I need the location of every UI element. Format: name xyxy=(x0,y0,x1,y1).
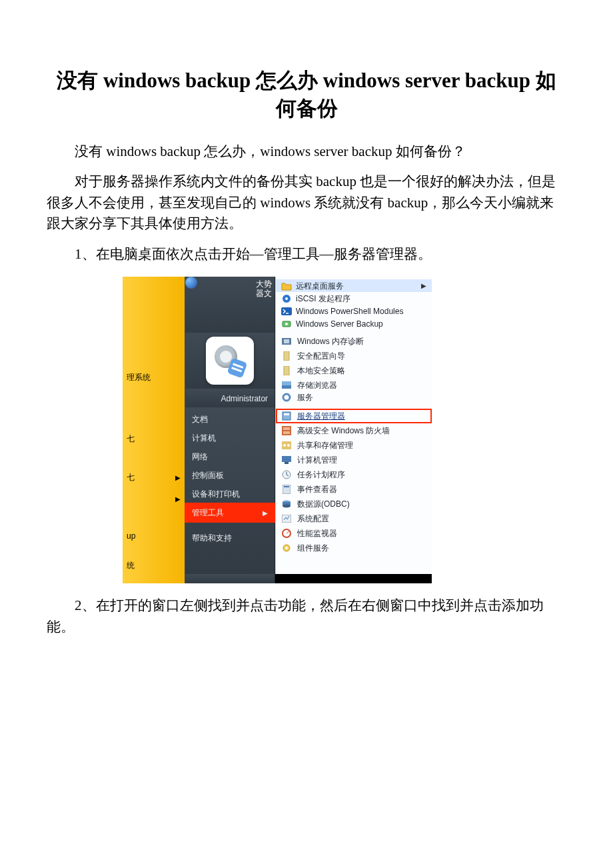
svg-rect-24 xyxy=(284,486,289,487)
label: 安全配置向导 xyxy=(297,350,345,362)
svg-point-11 xyxy=(283,394,290,401)
dark-menu-block: 七 七 ▶ ▶ up 统 文档 计算机 网络 控制面板 设备和打印机 管理工具▶… xyxy=(123,407,432,574)
step-1: 1、在电脑桌面依次点击开始—管理工具—服务器管理器。 xyxy=(47,244,566,265)
yellow-label-xt: 统 xyxy=(127,559,135,571)
svg-point-27 xyxy=(283,505,291,508)
menu-system-config[interactable]: 系统配置 xyxy=(276,511,432,526)
paragraph-1: 没有 windows backup 怎么办，windows server bac… xyxy=(47,141,566,163)
svg-point-19 xyxy=(287,444,290,447)
svg-rect-12 xyxy=(283,412,291,420)
menu-remote-desktop-services[interactable]: 远程桌面服务 ▶ xyxy=(276,279,432,292)
menu-windows-server-backup[interactable]: Windows Server Backup xyxy=(276,317,432,330)
chevron-right-icon: ▶ xyxy=(263,508,268,518)
svg-rect-13 xyxy=(284,413,289,415)
chevron-right-icon: ▶ xyxy=(175,494,181,504)
dark-panel-footer xyxy=(185,574,275,583)
label-dashi: 大势 器文 xyxy=(256,279,272,298)
menu-security-config-wizard[interactable]: 安全配置向导 xyxy=(276,349,432,363)
start-menu-documents[interactable]: 文档 xyxy=(185,410,275,429)
iscsi-icon xyxy=(281,293,292,304)
admin-tools-submenu: Windows 内存诊断 安全配置向导 本地安全策略 存储浏览器 xyxy=(275,333,432,389)
svg-rect-20 xyxy=(282,456,291,462)
svg-rect-21 xyxy=(285,462,289,464)
menu-event-viewer[interactable]: 事件查看器 xyxy=(276,482,432,497)
svg-rect-15 xyxy=(283,427,290,430)
clock-icon xyxy=(281,469,292,480)
menu-server-manager[interactable]: 服务器管理器 xyxy=(276,409,432,423)
chevron-right-icon: ▶ xyxy=(421,281,426,291)
label: 高级安全 Windows 防火墙 xyxy=(297,425,390,437)
label: 事件查看器 xyxy=(297,483,337,495)
label: 组件服务 xyxy=(297,542,329,554)
label: 服务 xyxy=(297,391,313,403)
svg-rect-6 xyxy=(284,339,289,343)
menu-share-storage-mgmt[interactable]: 共享和存储管理 xyxy=(276,438,432,453)
menu-component-services[interactable]: 组件服务 xyxy=(276,541,432,555)
svg-point-1 xyxy=(285,297,288,300)
label: 计算机管理 xyxy=(297,454,337,466)
gear-icon xyxy=(281,392,292,403)
menu-computer-mgmt[interactable]: 计算机管理 xyxy=(276,453,432,467)
firewall-icon xyxy=(281,425,292,436)
start-menu-control-panel[interactable]: 控制面板 xyxy=(185,466,275,485)
yellow-label-lxt: 理系统 xyxy=(127,371,151,383)
dark-panel-top: 大势 器文 xyxy=(185,277,275,333)
label: Windows PowerShell Modules xyxy=(296,305,403,317)
yellow-panel-1: 理系统 xyxy=(123,333,185,389)
label: Windows 内存诊断 xyxy=(297,335,364,347)
yellow-label-up: up xyxy=(127,530,135,542)
start-orb-icon xyxy=(185,277,197,289)
start-menu-computer[interactable]: 计算机 xyxy=(185,429,275,447)
user-tile-icon xyxy=(206,337,254,385)
svg-point-4 xyxy=(285,323,288,325)
backup-icon xyxy=(281,319,292,329)
label: 数据源(ODBC) xyxy=(297,498,350,510)
user-tile-area xyxy=(185,333,275,389)
username-label: Administrator xyxy=(185,389,275,407)
menu-iscsi[interactable]: iSCSI 发起程序 xyxy=(276,292,432,305)
label: iSCSI 发起程序 xyxy=(296,293,350,305)
computer-mgmt-icon xyxy=(281,455,292,465)
start-menu-admin-tools[interactable]: 管理工具▶ xyxy=(185,503,275,522)
share-storage-icon xyxy=(281,440,292,451)
chevron-right-icon: ▶ xyxy=(175,473,181,483)
black-footer xyxy=(275,574,432,583)
yellow-panel-top xyxy=(123,277,185,333)
svg-rect-2 xyxy=(281,307,292,315)
odbc-icon xyxy=(281,499,292,509)
component-services-icon xyxy=(281,543,292,553)
menu-services[interactable]: 服务 xyxy=(276,390,432,405)
menu-windows-firewall[interactable]: 高级安全 Windows 防火墙 xyxy=(276,423,432,438)
label: 服务器管理器 xyxy=(297,410,345,422)
menu-powershell-modules[interactable]: Windows PowerShell Modules xyxy=(276,305,432,317)
wizard-icon xyxy=(281,351,292,361)
server-manager-icon xyxy=(281,411,292,421)
start-menu-devices-printers[interactable]: 设备和打印机 xyxy=(185,485,275,503)
menu-odbc[interactable]: 数据源(ODBC) xyxy=(276,497,432,511)
menu-memory-diag[interactable]: Windows 内存诊断 xyxy=(276,334,432,349)
label: 系统配置 xyxy=(297,513,329,525)
paragraph-2: 对于服务器操作系统内文件的备份其实 backup 也是一个很好的解决办法，但是很… xyxy=(47,171,566,235)
event-viewer-icon xyxy=(281,484,292,495)
admin-tools-submenu-top: 远程桌面服务 ▶ iSCSI 发起程序 Windows PowerShell M… xyxy=(275,277,432,333)
svg-rect-9 xyxy=(282,381,291,385)
yellow-panel-2 xyxy=(123,389,185,407)
yellow-label-t2: 七 xyxy=(127,471,135,483)
start-menu-network[interactable]: 网络 xyxy=(185,447,275,466)
label: 共享和存储管理 xyxy=(297,439,353,451)
menu-task-scheduler[interactable]: 任务计划程序 xyxy=(276,467,432,482)
menu-local-security-policy[interactable]: 本地安全策略 xyxy=(276,363,432,378)
powershell-icon xyxy=(281,306,292,317)
svg-rect-7 xyxy=(284,351,289,361)
policy-icon xyxy=(281,365,292,376)
yellow-label-t1: 七 xyxy=(127,433,135,445)
label: 任务计划程序 xyxy=(297,469,345,481)
msconfig-icon xyxy=(281,513,292,524)
label: 本地安全策略 xyxy=(297,365,345,377)
folder-icon xyxy=(281,281,292,291)
yellow-panel-3: 七 七 ▶ ▶ up 统 xyxy=(123,407,185,574)
svg-rect-8 xyxy=(284,366,289,375)
svg-point-18 xyxy=(283,444,286,447)
menu-performance-monitor[interactable]: 性能监视器 xyxy=(276,526,432,541)
start-menu-help-support[interactable]: 帮助和支持 xyxy=(185,529,275,547)
